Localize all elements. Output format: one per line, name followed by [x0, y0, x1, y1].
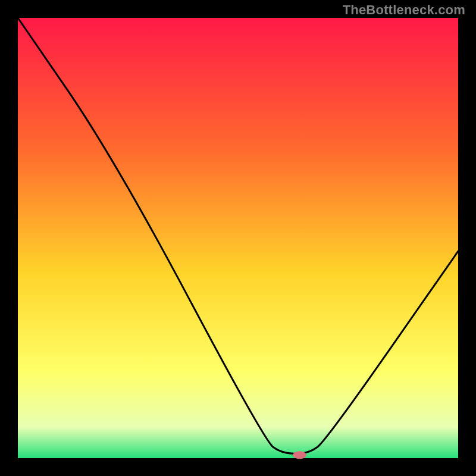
optimal-marker — [293, 452, 306, 459]
chart-stage: TheBottleneck.com — [0, 0, 476, 476]
plot-background — [18, 18, 458, 458]
bottleneck-chart — [0, 0, 476, 476]
watermark-label: TheBottleneck.com — [343, 2, 465, 18]
